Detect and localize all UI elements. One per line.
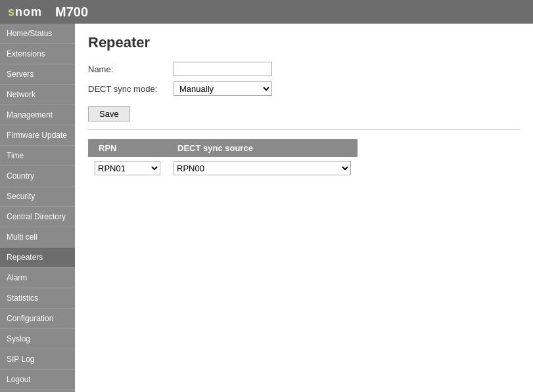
rpn-select-0[interactable]: RPN01RPN02RPN03 <box>95 161 160 175</box>
save-button[interactable]: Save <box>88 106 130 121</box>
sidebar-item-home-status[interactable]: Home/Status <box>0 24 75 44</box>
header: snom M700 <box>0 0 533 24</box>
device-title: M700 <box>55 5 88 20</box>
sidebar-item-logout[interactable]: Logout <box>0 370 75 390</box>
sidebar-item-configuration[interactable]: Configuration <box>0 309 75 329</box>
sidebar-item-multi-cell[interactable]: Multi cell <box>0 227 75 248</box>
name-label: Name: <box>88 64 174 74</box>
col-rpn: RPN <box>88 139 167 157</box>
sidebar-item-syslog[interactable]: Syslog <box>0 329 75 349</box>
sidebar-item-extensions[interactable]: Extensions <box>0 44 75 64</box>
dect-sync-select[interactable]: Manually Automatically <box>174 81 272 96</box>
sidebar-item-time[interactable]: Time <box>0 146 75 166</box>
table-header-row: RPN DECT sync source <box>88 139 358 157</box>
sidebar-item-country[interactable]: Country <box>0 166 75 186</box>
dect-sync-label: DECT sync mode: <box>88 84 174 94</box>
layout: Home/StatusExtensionsServersNetworkManag… <box>0 24 533 392</box>
page-title: Repeater <box>88 34 520 51</box>
divider <box>88 129 520 130</box>
sidebar-item-servers[interactable]: Servers <box>0 64 75 85</box>
sidebar-item-central-directory[interactable]: Central Directory <box>0 207 75 227</box>
sidebar-item-network[interactable]: Network <box>0 85 75 105</box>
sidebar-item-firmware-update[interactable]: Firmware Update <box>0 125 75 146</box>
sidebar-item-security[interactable]: Security <box>0 186 75 207</box>
logo-nom: nom <box>15 5 42 18</box>
rpn-table: RPN DECT sync source RPN01RPN02RPN03RPN0… <box>88 139 358 179</box>
sidebar-item-statistics[interactable]: Statistics <box>0 288 75 309</box>
dect-source-select-0[interactable]: RPN00RPN01RPN02RPN03 <box>174 161 351 175</box>
sidebar-item-sip-log[interactable]: SIP Log <box>0 349 75 370</box>
sidebar: Home/StatusExtensionsServersNetworkManag… <box>0 24 75 392</box>
name-row: Name: <box>88 62 520 76</box>
sidebar-item-management[interactable]: Management <box>0 105 75 125</box>
sidebar-item-repeaters[interactable]: Repeaters <box>0 248 75 268</box>
name-input[interactable] <box>174 62 272 76</box>
dect-sync-row: DECT sync mode: Manually Automatically <box>88 81 520 96</box>
logo-s: s <box>8 5 15 18</box>
rpn-tbody: RPN01RPN02RPN03RPN00RPN01RPN02RPN03 <box>88 157 358 179</box>
logo: snom <box>8 5 42 19</box>
sidebar-item-alarm[interactable]: Alarm <box>0 268 75 288</box>
main-content: Repeater Name: DECT sync mode: Manually … <box>75 24 533 392</box>
table-row: RPN01RPN02RPN03RPN00RPN01RPN02RPN03 <box>88 157 358 179</box>
col-dect-sync: DECT sync source <box>167 139 358 157</box>
